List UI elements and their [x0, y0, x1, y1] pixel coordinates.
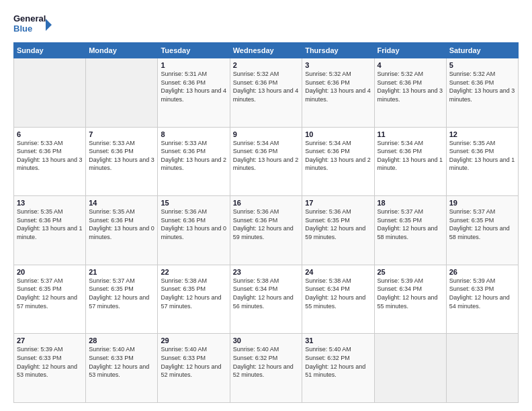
calendar-cell: 31Sunrise: 5:40 AM Sunset: 6:32 PM Dayli… [302, 334, 374, 403]
day-detail: Sunrise: 5:32 AM Sunset: 6:36 PM Dayligh… [449, 70, 515, 103]
calendar-cell [446, 334, 518, 403]
weekday-header-saturday: Saturday [446, 43, 518, 58]
day-number: 13 [17, 199, 83, 207]
day-number: 4 [378, 61, 443, 69]
svg-text:Blue: Blue [13, 24, 32, 34]
day-number: 12 [449, 130, 515, 138]
day-detail: Sunrise: 5:39 AM Sunset: 6:33 PM Dayligh… [449, 277, 515, 310]
calendar-cell: 9Sunrise: 5:34 AM Sunset: 6:36 PM Daylig… [230, 127, 302, 196]
calendar-cell: 28Sunrise: 5:40 AM Sunset: 6:33 PM Dayli… [86, 334, 158, 403]
day-number: 17 [305, 199, 371, 207]
day-detail: Sunrise: 5:35 AM Sunset: 6:36 PM Dayligh… [449, 139, 515, 173]
day-detail: Sunrise: 5:32 AM Sunset: 6:36 PM Dayligh… [233, 70, 299, 103]
day-detail: Sunrise: 5:38 AM Sunset: 6:34 PM Dayligh… [233, 277, 299, 310]
day-number: 15 [161, 199, 226, 207]
calendar-cell: 6Sunrise: 5:33 AM Sunset: 6:36 PM Daylig… [14, 127, 86, 196]
day-detail: Sunrise: 5:36 AM Sunset: 6:35 PM Dayligh… [305, 208, 371, 241]
weekday-header-sunday: Sunday [14, 43, 86, 58]
day-number: 29 [161, 336, 226, 345]
calendar-cell [14, 58, 86, 128]
day-detail: Sunrise: 5:37 AM Sunset: 6:35 PM Dayligh… [17, 277, 83, 310]
day-detail: Sunrise: 5:40 AM Sunset: 6:32 PM Dayligh… [233, 345, 299, 379]
day-number: 3 [305, 61, 371, 69]
svg-text:General: General [13, 13, 46, 24]
day-number: 31 [305, 336, 371, 345]
calendar-week-2: 6Sunrise: 5:33 AM Sunset: 6:36 PM Daylig… [14, 127, 519, 196]
calendar-header-row: SundayMondayTuesdayWednesdayThursdayFrid… [14, 43, 519, 58]
day-detail: Sunrise: 5:33 AM Sunset: 6:36 PM Dayligh… [89, 139, 154, 173]
calendar-table: SundayMondayTuesdayWednesdayThursdayFrid… [13, 42, 519, 403]
calendar-cell: 23Sunrise: 5:38 AM Sunset: 6:34 PM Dayli… [230, 265, 302, 334]
day-number: 26 [449, 268, 515, 276]
day-detail: Sunrise: 5:34 AM Sunset: 6:36 PM Dayligh… [233, 139, 299, 173]
day-number: 10 [305, 130, 371, 138]
calendar-cell: 1Sunrise: 5:31 AM Sunset: 6:36 PM Daylig… [158, 58, 230, 128]
calendar-cell: 5Sunrise: 5:32 AM Sunset: 6:36 PM Daylig… [446, 58, 518, 128]
day-detail: Sunrise: 5:40 AM Sunset: 6:33 PM Dayligh… [161, 345, 226, 379]
day-detail: Sunrise: 5:39 AM Sunset: 6:34 PM Dayligh… [378, 277, 443, 310]
calendar-cell: 2Sunrise: 5:32 AM Sunset: 6:36 PM Daylig… [230, 58, 302, 128]
day-number: 11 [378, 130, 443, 138]
weekday-header-friday: Friday [374, 43, 446, 58]
day-number: 19 [449, 199, 515, 207]
day-number: 8 [161, 130, 226, 138]
day-detail: Sunrise: 5:38 AM Sunset: 6:34 PM Dayligh… [305, 277, 371, 310]
day-detail: Sunrise: 5:37 AM Sunset: 6:35 PM Dayligh… [449, 208, 515, 241]
day-detail: Sunrise: 5:37 AM Sunset: 6:35 PM Dayligh… [378, 208, 443, 241]
calendar-cell: 4Sunrise: 5:32 AM Sunset: 6:36 PM Daylig… [374, 58, 446, 128]
calendar-cell: 18Sunrise: 5:37 AM Sunset: 6:35 PM Dayli… [374, 196, 446, 265]
calendar-cell: 26Sunrise: 5:39 AM Sunset: 6:33 PM Dayli… [446, 265, 518, 334]
svg-marker-2 [46, 19, 52, 31]
logo-icon: GeneralBlue [13, 12, 54, 36]
calendar-cell: 24Sunrise: 5:38 AM Sunset: 6:34 PM Dayli… [302, 265, 374, 334]
day-number: 27 [17, 336, 83, 345]
day-number: 18 [378, 199, 443, 207]
day-number: 28 [89, 336, 154, 345]
calendar-cell: 17Sunrise: 5:36 AM Sunset: 6:35 PM Dayli… [302, 196, 374, 265]
page-header: GeneralBlue [13, 12, 519, 36]
day-detail: Sunrise: 5:40 AM Sunset: 6:32 PM Dayligh… [305, 345, 371, 379]
day-detail: Sunrise: 5:40 AM Sunset: 6:33 PM Dayligh… [89, 345, 154, 379]
day-detail: Sunrise: 5:33 AM Sunset: 6:36 PM Dayligh… [161, 139, 226, 173]
day-detail: Sunrise: 5:32 AM Sunset: 6:36 PM Dayligh… [305, 70, 371, 103]
calendar-week-3: 13Sunrise: 5:35 AM Sunset: 6:36 PM Dayli… [14, 196, 519, 265]
calendar-cell: 19Sunrise: 5:37 AM Sunset: 6:35 PM Dayli… [446, 196, 518, 265]
calendar-cell: 10Sunrise: 5:34 AM Sunset: 6:36 PM Dayli… [302, 127, 374, 196]
day-number: 24 [305, 268, 371, 276]
weekday-header-wednesday: Wednesday [230, 43, 302, 58]
day-detail: Sunrise: 5:31 AM Sunset: 6:36 PM Dayligh… [161, 70, 226, 103]
calendar-cell: 12Sunrise: 5:35 AM Sunset: 6:36 PM Dayli… [446, 127, 518, 196]
calendar-cell: 11Sunrise: 5:34 AM Sunset: 6:36 PM Dayli… [374, 127, 446, 196]
day-number: 1 [161, 61, 226, 69]
day-detail: Sunrise: 5:39 AM Sunset: 6:33 PM Dayligh… [17, 345, 83, 379]
weekday-header-thursday: Thursday [302, 43, 374, 58]
calendar-cell: 13Sunrise: 5:35 AM Sunset: 6:36 PM Dayli… [14, 196, 86, 265]
calendar-cell: 15Sunrise: 5:36 AM Sunset: 6:36 PM Dayli… [158, 196, 230, 265]
calendar-cell: 25Sunrise: 5:39 AM Sunset: 6:34 PM Dayli… [374, 265, 446, 334]
day-number: 5 [449, 61, 515, 69]
day-number: 25 [378, 268, 443, 276]
day-number: 22 [161, 268, 226, 276]
logo: GeneralBlue [13, 12, 54, 36]
day-detail: Sunrise: 5:33 AM Sunset: 6:36 PM Dayligh… [17, 139, 83, 173]
day-number: 23 [233, 268, 299, 276]
calendar-cell [86, 58, 158, 128]
day-number: 9 [233, 130, 299, 138]
calendar-week-1: 1Sunrise: 5:31 AM Sunset: 6:36 PM Daylig… [14, 58, 519, 128]
calendar-cell: 21Sunrise: 5:37 AM Sunset: 6:35 PM Dayli… [86, 265, 158, 334]
day-detail: Sunrise: 5:35 AM Sunset: 6:36 PM Dayligh… [89, 208, 154, 241]
day-detail: Sunrise: 5:32 AM Sunset: 6:36 PM Dayligh… [378, 70, 443, 103]
day-number: 2 [233, 61, 299, 69]
calendar-cell: 7Sunrise: 5:33 AM Sunset: 6:36 PM Daylig… [86, 127, 158, 196]
weekday-header-tuesday: Tuesday [158, 43, 230, 58]
day-number: 14 [89, 199, 154, 207]
calendar-cell: 16Sunrise: 5:36 AM Sunset: 6:36 PM Dayli… [230, 196, 302, 265]
day-number: 7 [89, 130, 154, 138]
day-number: 20 [17, 268, 83, 276]
calendar-cell: 8Sunrise: 5:33 AM Sunset: 6:36 PM Daylig… [158, 127, 230, 196]
day-detail: Sunrise: 5:37 AM Sunset: 6:35 PM Dayligh… [89, 277, 154, 310]
day-detail: Sunrise: 5:38 AM Sunset: 6:35 PM Dayligh… [161, 277, 226, 310]
day-number: 30 [233, 336, 299, 345]
calendar-cell: 20Sunrise: 5:37 AM Sunset: 6:35 PM Dayli… [14, 265, 86, 334]
day-detail: Sunrise: 5:36 AM Sunset: 6:36 PM Dayligh… [161, 208, 226, 241]
